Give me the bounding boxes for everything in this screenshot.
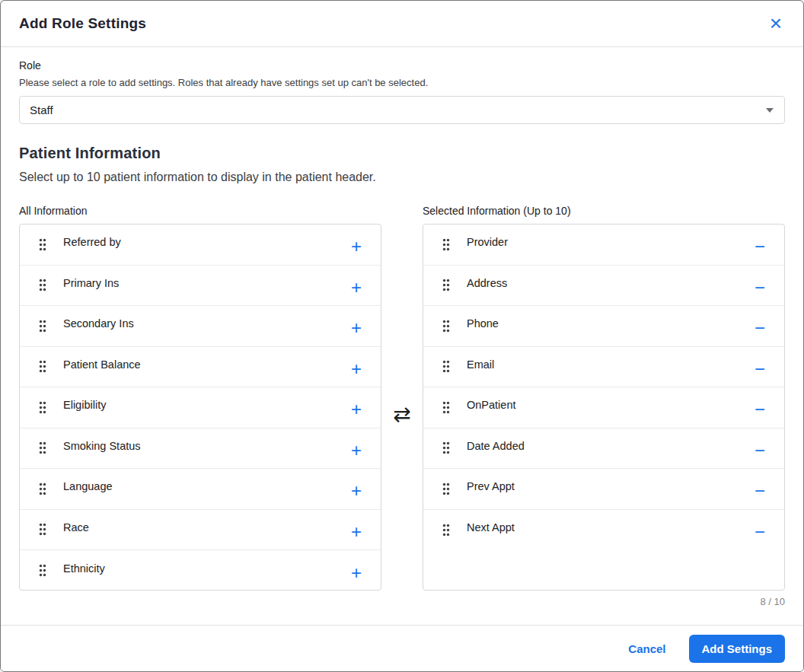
item-label: Patient Balance bbox=[63, 358, 347, 371]
add-icon[interactable]: + bbox=[347, 360, 365, 378]
add-icon[interactable]: + bbox=[347, 400, 365, 419]
dual-list: All Information Referred by + bbox=[19, 205, 785, 607]
list-item[interactable]: Provider − bbox=[423, 225, 784, 266]
drag-handle-icon[interactable] bbox=[442, 238, 450, 251]
drag-handle-icon[interactable] bbox=[442, 524, 450, 537]
chevron-down-icon bbox=[766, 108, 774, 113]
drag-handle-icon[interactable] bbox=[442, 320, 450, 333]
selected-information-label: Selected Information (Up to 10) bbox=[423, 205, 785, 217]
item-label: Language bbox=[63, 480, 347, 492]
drag-handle-icon[interactable] bbox=[442, 441, 450, 454]
all-information-list: Referred by + Primary Ins + bbox=[19, 224, 381, 591]
drag-handle-icon[interactable] bbox=[39, 238, 46, 251]
item-label: Address bbox=[467, 277, 751, 289]
list-item[interactable]: Smoking Status + bbox=[20, 428, 381, 470]
list-item[interactable]: Patient Balance + bbox=[20, 347, 381, 388]
list-item[interactable]: Eligibility + bbox=[20, 387, 381, 428]
remove-icon[interactable]: − bbox=[751, 319, 769, 337]
list-item[interactable]: Race + bbox=[20, 510, 381, 551]
drag-handle-icon[interactable] bbox=[39, 360, 46, 373]
drag-handle-icon[interactable] bbox=[39, 441, 46, 454]
drag-handle-icon[interactable] bbox=[442, 279, 450, 291]
swap-area: ⇄ bbox=[381, 205, 423, 607]
dialog-title: Add Role Settings bbox=[19, 15, 146, 32]
remove-icon[interactable]: − bbox=[751, 279, 769, 297]
patient-information-subtitle: Select up to 10 patient information to d… bbox=[19, 170, 785, 184]
role-helper-text: Please select a role to add settings. Ro… bbox=[19, 77, 785, 88]
list-item[interactable]: Language + bbox=[20, 469, 381, 510]
item-label: Referred by bbox=[63, 236, 347, 248]
selected-information-column: Selected Information (Up to 10) Provider… bbox=[423, 205, 785, 607]
patient-information-title: Patient Information bbox=[19, 145, 785, 162]
list-item[interactable]: Email − bbox=[423, 347, 784, 388]
item-label: Prev Appt bbox=[467, 480, 751, 492]
role-label: Role bbox=[19, 59, 785, 72]
list-item[interactable]: Referred by + bbox=[20, 225, 381, 266]
add-role-settings-dialog: Add Role Settings × Role Please select a… bbox=[0, 0, 804, 672]
remove-icon[interactable]: − bbox=[751, 237, 769, 256]
item-label: Next Appt bbox=[467, 521, 751, 533]
remove-icon[interactable]: − bbox=[751, 360, 769, 378]
close-icon[interactable]: × bbox=[768, 13, 783, 34]
drag-handle-icon[interactable] bbox=[39, 564, 46, 577]
dialog-body: Role Please select a role to add setting… bbox=[1, 47, 803, 625]
drag-handle-icon[interactable] bbox=[442, 401, 450, 414]
add-settings-button[interactable]: Add Settings bbox=[689, 635, 786, 663]
all-information-column: All Information Referred by + bbox=[19, 205, 381, 607]
item-label: Primary Ins bbox=[63, 277, 347, 289]
add-icon[interactable]: + bbox=[347, 279, 365, 297]
dialog-footer: Cancel Add Settings bbox=[1, 625, 803, 671]
drag-handle-icon[interactable] bbox=[442, 360, 450, 373]
item-label: Date Added bbox=[467, 440, 751, 452]
drag-handle-icon[interactable] bbox=[39, 279, 46, 291]
drag-handle-icon[interactable] bbox=[39, 401, 46, 414]
list-item[interactable]: Phone − bbox=[423, 306, 784, 347]
dialog-header: Add Role Settings × bbox=[1, 1, 803, 47]
drag-handle-icon[interactable] bbox=[39, 320, 46, 333]
remove-icon[interactable]: − bbox=[751, 523, 769, 541]
selected-information-list: Provider − Address − bbox=[423, 224, 785, 591]
add-icon[interactable]: + bbox=[347, 319, 365, 337]
remove-icon[interactable]: − bbox=[751, 441, 769, 460]
list-item[interactable]: Secondary Ins + bbox=[20, 306, 381, 347]
item-label: Race bbox=[63, 521, 347, 533]
all-information-label: All Information bbox=[19, 205, 381, 217]
add-icon[interactable]: + bbox=[347, 564, 365, 582]
item-label: Eligibility bbox=[63, 399, 347, 411]
cancel-button[interactable]: Cancel bbox=[628, 642, 665, 655]
item-label: Ethnicity bbox=[63, 562, 347, 575]
remove-icon[interactable]: − bbox=[751, 400, 769, 419]
add-icon[interactable]: + bbox=[347, 482, 365, 500]
add-icon[interactable]: + bbox=[347, 237, 365, 256]
list-item[interactable]: Next Appt − bbox=[423, 510, 784, 551]
swap-arrows-icon: ⇄ bbox=[393, 404, 410, 425]
item-label: Smoking Status bbox=[63, 440, 347, 452]
remove-icon[interactable]: − bbox=[751, 482, 769, 500]
item-label: Phone bbox=[467, 317, 751, 330]
list-item[interactable]: Ethnicity + bbox=[20, 550, 381, 591]
drag-handle-icon[interactable] bbox=[39, 523, 46, 536]
list-item[interactable]: OnPatient − bbox=[423, 387, 784, 428]
add-icon[interactable]: + bbox=[347, 523, 365, 541]
drag-handle-icon[interactable] bbox=[39, 483, 46, 495]
list-item[interactable]: Prev Appt − bbox=[423, 469, 784, 510]
item-label: Email bbox=[467, 358, 751, 371]
drag-handle-icon[interactable] bbox=[442, 483, 450, 495]
add-icon[interactable]: + bbox=[347, 441, 365, 460]
role-selected-value: Staff bbox=[30, 104, 53, 116]
list-item[interactable]: Address − bbox=[423, 266, 784, 307]
list-item[interactable]: Date Added − bbox=[423, 428, 784, 470]
item-label: OnPatient bbox=[467, 399, 751, 411]
item-label: Secondary Ins bbox=[63, 317, 347, 330]
list-item[interactable]: Primary Ins + bbox=[20, 266, 381, 307]
item-label: Provider bbox=[467, 236, 751, 248]
selected-count: 8 / 10 bbox=[760, 596, 785, 607]
role-select[interactable]: Staff bbox=[19, 96, 785, 124]
